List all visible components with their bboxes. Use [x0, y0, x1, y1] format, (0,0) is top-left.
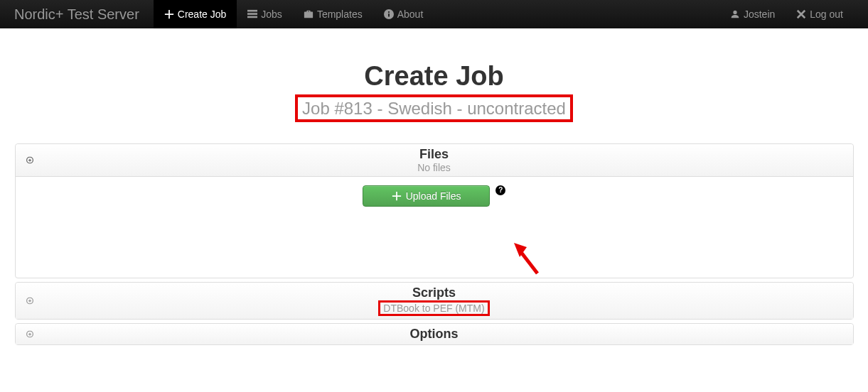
plus-icon: [392, 191, 402, 201]
nav-templates[interactable]: Templates: [293, 0, 373, 28]
nav-create-job[interactable]: Create Job: [154, 0, 237, 28]
nav-about-label: About: [397, 9, 424, 20]
plus-icon: [164, 9, 174, 19]
files-panel-header[interactable]: Files No files: [16, 144, 853, 177]
scripts-panel-header[interactable]: Scripts DTBook to PEF (MTM): [16, 283, 853, 319]
list-icon: [247, 9, 257, 19]
user-icon: [730, 9, 740, 19]
navbar-brand[interactable]: Nordic+ Test Server: [14, 6, 139, 23]
svg-rect-0: [247, 10, 257, 12]
scripts-selected-wrap: DTBook to PEF (MTM): [26, 300, 842, 316]
nav-jobs[interactable]: Jobs: [237, 0, 293, 28]
options-panel-title: Options: [26, 327, 842, 342]
nav-about[interactable]: About: [373, 0, 434, 28]
nav-logout-label: Log out: [810, 9, 843, 20]
nav-templates-label: Templates: [317, 9, 363, 20]
navbar-left: Nordic+ Test Server Create Job Jobs Temp…: [14, 0, 719, 28]
files-panel-body: Upload Files ?: [16, 177, 853, 278]
upload-files-label: Upload Files: [406, 190, 461, 202]
help-icon[interactable]: ?: [495, 185, 505, 195]
nav-user[interactable]: Jostein: [719, 0, 786, 28]
options-panel: Options: [15, 323, 854, 345]
briefcase-icon: [304, 9, 314, 19]
collapse-icon[interactable]: [26, 156, 33, 164]
page-title: Create Job: [15, 60, 854, 93]
nav-jobs-label: Jobs: [261, 9, 282, 20]
svg-rect-4: [388, 13, 390, 16]
scripts-selected: DTBook to PEF (MTM): [378, 300, 489, 316]
main-container: Create Job Job #813 - Swedish - uncontra…: [15, 28, 854, 345]
files-panel: Files No files Upload Files ?: [15, 143, 854, 278]
info-icon: [384, 9, 394, 19]
expand-icon[interactable]: [26, 330, 33, 338]
svg-rect-1: [247, 13, 257, 15]
navbar-right: Jostein Log out: [719, 0, 854, 28]
page-subtitle: Job #813 - Swedish - uncontracted: [295, 94, 573, 122]
upload-files-button[interactable]: Upload Files: [363, 185, 491, 207]
svg-point-5: [388, 11, 390, 13]
close-icon: [796, 9, 806, 19]
scripts-panel-title: Scripts: [26, 285, 842, 300]
page-subtitle-wrap: Job #813 - Swedish - uncontracted: [15, 94, 854, 122]
nav-user-label: Jostein: [744, 9, 775, 20]
navbar: Nordic+ Test Server Create Job Jobs Temp…: [0, 0, 868, 28]
nav-logout[interactable]: Log out: [786, 0, 854, 28]
svg-rect-2: [247, 16, 257, 18]
options-panel-header[interactable]: Options: [16, 324, 853, 344]
nav-create-job-label: Create Job: [178, 9, 226, 20]
files-panel-title: Files: [26, 147, 842, 162]
files-panel-status: No files: [26, 162, 842, 173]
scripts-panel: Scripts DTBook to PEF (MTM): [15, 282, 854, 320]
expand-icon[interactable]: [26, 297, 33, 305]
